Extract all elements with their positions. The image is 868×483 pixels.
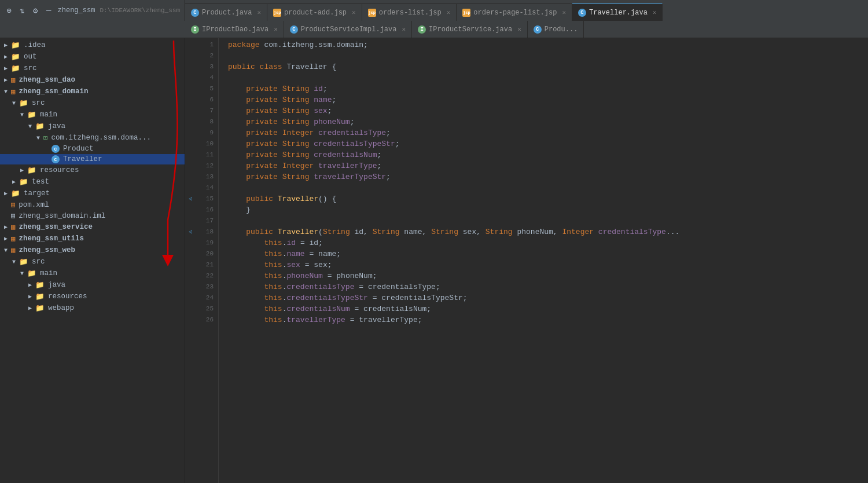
tab-close-iproductservice[interactable]: ✕ bbox=[517, 25, 521, 33]
folder-icon-resources-web: 📁 bbox=[35, 292, 45, 301]
minimize-icon[interactable]: — bbox=[45, 4, 53, 17]
code-line-14 bbox=[228, 182, 868, 193]
folder-icon-target: 📁 bbox=[11, 189, 20, 198]
class-icon-traveller: C bbox=[52, 155, 60, 163]
tab-label-product-add: product-add.jsp bbox=[284, 9, 347, 17]
code-line-26: this.travellerType = travellerType; bbox=[228, 314, 868, 325]
gutter-11 bbox=[185, 149, 196, 160]
settings-icon[interactable]: ⚙ bbox=[31, 4, 40, 17]
arrow-src-web bbox=[10, 258, 17, 265]
ln-3: 3 bbox=[198, 61, 214, 72]
label-test: test bbox=[32, 178, 49, 186]
sidebar-item-java[interactable]: 📁 java bbox=[0, 120, 185, 132]
tab-iproductservice[interactable]: I IProductService.java ✕ bbox=[412, 21, 528, 38]
gutter-8 bbox=[185, 116, 196, 127]
sidebar-item-src-domain[interactable]: 📁 src bbox=[0, 97, 185, 109]
sidebar-item-dao[interactable]: ▦ zheng_ssm_dao bbox=[0, 74, 185, 86]
label-main-web: main bbox=[40, 269, 57, 277]
sidebar-item-traveller[interactable]: ▶ C Traveller bbox=[0, 154, 185, 164]
sidebar-item-service[interactable]: ▦ zheng_ssm_service bbox=[0, 221, 185, 233]
folder-icon-test: 📁 bbox=[19, 177, 28, 186]
label-java: java bbox=[48, 122, 65, 130]
pom-icon: ▤ bbox=[11, 200, 15, 209]
ln-5: 5 bbox=[198, 83, 214, 94]
tab-productserviceimpl[interactable]: C ProductServiceImpl.java ✕ bbox=[284, 21, 412, 38]
class-icon-product: C bbox=[52, 145, 60, 153]
sidebar-item-test[interactable]: 📁 test bbox=[0, 176, 185, 188]
ln-15: 15 bbox=[198, 193, 214, 204]
sidebar-item-main-web[interactable]: 📁 main bbox=[0, 268, 185, 279]
tab-product-add-jsp[interactable]: jsp product-add.jsp ✕ bbox=[267, 3, 362, 21]
label-target: target bbox=[24, 189, 50, 197]
gutter-22 bbox=[185, 270, 196, 281]
code-line-15: public Traveller() { bbox=[228, 193, 868, 204]
sidebar-item-utils[interactable]: ▦ zheng_ssm_utils bbox=[0, 233, 185, 244]
code-line-4 bbox=[228, 72, 868, 83]
tab-product-java[interactable]: C Product.java ✕ bbox=[185, 3, 267, 21]
folder-icon-main: 📁 bbox=[27, 110, 36, 119]
editor-content[interactable]: ◁ ◁ 1 2 3 4 5 6 7 bbox=[185, 38, 868, 483]
ln-19: 19 bbox=[198, 237, 214, 248]
tab-label-traveller: Traveller.java bbox=[589, 9, 648, 17]
sidebar-item-pom[interactable]: ▶ ▤ pom.xml bbox=[0, 199, 185, 210]
main-area: 📁 .idea 📁 out 📁 src ▦ zheng_ssm_dao ▦ zh… bbox=[0, 38, 868, 483]
hierarchy-icon[interactable]: ⇅ bbox=[18, 4, 27, 17]
label-idea: .idea bbox=[24, 41, 46, 49]
label-resources-web: resources bbox=[48, 292, 87, 301]
sidebar-item-java-web[interactable]: 📁 java bbox=[0, 279, 185, 291]
sidebar-item-webapp[interactable]: 📁 webapp bbox=[0, 302, 185, 314]
sidebar-item-src-web[interactable]: 📁 src bbox=[0, 256, 185, 268]
tab-close-product-add[interactable]: ✕ bbox=[352, 9, 356, 16]
ln-14: 14 bbox=[198, 182, 214, 193]
tab-orders-list-jsp[interactable]: jsp orders-list.jsp ✕ bbox=[362, 3, 457, 21]
arrow-test bbox=[10, 178, 17, 185]
ln-21: 21 bbox=[198, 259, 214, 270]
code-line-10: private String credentialsTypeStr; bbox=[228, 138, 868, 149]
add-icon[interactable]: ⊕ bbox=[5, 4, 13, 17]
sidebar-item-package[interactable]: ⊡ com.itzheng.ssm.doma... bbox=[0, 132, 185, 144]
sidebar-item-iml[interactable]: ▶ ▤ zheng_ssm_domain.iml bbox=[0, 210, 185, 221]
package-icon: ⊡ bbox=[43, 133, 48, 142]
code-line-13: private String travellerTypeStr; bbox=[228, 171, 868, 182]
sidebar-item-out[interactable]: 📁 out bbox=[0, 51, 185, 63]
tab-label-produ: Produ... bbox=[545, 25, 578, 34]
tab-close-orders-list[interactable]: ✕ bbox=[447, 9, 451, 16]
tab-label-product: Product.java bbox=[202, 9, 252, 17]
tab-traveller-java[interactable]: C Traveller.java ✕ bbox=[572, 3, 663, 21]
code-area[interactable]: package com.itzheng.ssm.domain; public c… bbox=[219, 38, 868, 483]
arrow-webapp bbox=[27, 305, 34, 312]
tab-close-traveller[interactable]: ✕ bbox=[653, 9, 657, 16]
ln-16: 16 bbox=[198, 204, 214, 215]
ln-7: 7 bbox=[198, 105, 214, 116]
code-line-23: this.credentialsType = credentialsType; bbox=[228, 281, 868, 292]
sidebar-item-src[interactable]: 📁 src bbox=[0, 63, 185, 74]
sidebar-item-main[interactable]: 📁 main bbox=[0, 109, 185, 120]
tab-close-product[interactable]: ✕ bbox=[257, 9, 261, 16]
folder-icon-out: 📁 bbox=[11, 52, 20, 61]
sidebar-item-resources-web[interactable]: 📁 resources bbox=[0, 291, 185, 302]
gutter-24 bbox=[185, 292, 196, 303]
tab-iproductdao[interactable]: I IProductDao.java ✕ bbox=[185, 21, 284, 38]
sidebar-item-domain[interactable]: ▦ zheng_ssm_domain bbox=[0, 86, 185, 97]
label-service: zheng_ssm_service bbox=[19, 223, 93, 231]
gutter-9 bbox=[185, 127, 196, 138]
sidebar-item-product[interactable]: ▶ C Product bbox=[0, 144, 185, 154]
arrow-domain bbox=[2, 88, 9, 95]
arrow-java-web bbox=[27, 281, 34, 288]
tab-produ-partial[interactable]: C Produ... bbox=[528, 21, 584, 38]
sidebar-item-idea[interactable]: 📁 .idea bbox=[0, 39, 185, 51]
sidebar-item-target[interactable]: 📁 target bbox=[0, 188, 185, 199]
tab-close-iproductdao[interactable]: ✕ bbox=[274, 25, 278, 33]
ln-1: 1 bbox=[198, 39, 214, 50]
arrow-src-domain bbox=[10, 100, 17, 107]
folder-icon-java-web: 📁 bbox=[35, 280, 45, 290]
ln-17: 17 bbox=[198, 215, 214, 226]
tab-close-productserviceimpl[interactable]: ✕ bbox=[402, 25, 406, 33]
tab-orders-page-list-jsp[interactable]: jsp orders-page-list.jsp ✕ bbox=[457, 3, 572, 21]
code-line-19: this.id = id; bbox=[228, 237, 868, 248]
sidebar-item-web[interactable]: ▦ zheng_ssm_web bbox=[0, 244, 185, 256]
sidebar-item-resources[interactable]: 📁 resources bbox=[0, 164, 185, 176]
tab-close-orders-page[interactable]: ✕ bbox=[562, 9, 566, 16]
code-line-20: this.name = name; bbox=[228, 248, 868, 259]
code-line-21: this.sex = sex; bbox=[228, 259, 868, 270]
